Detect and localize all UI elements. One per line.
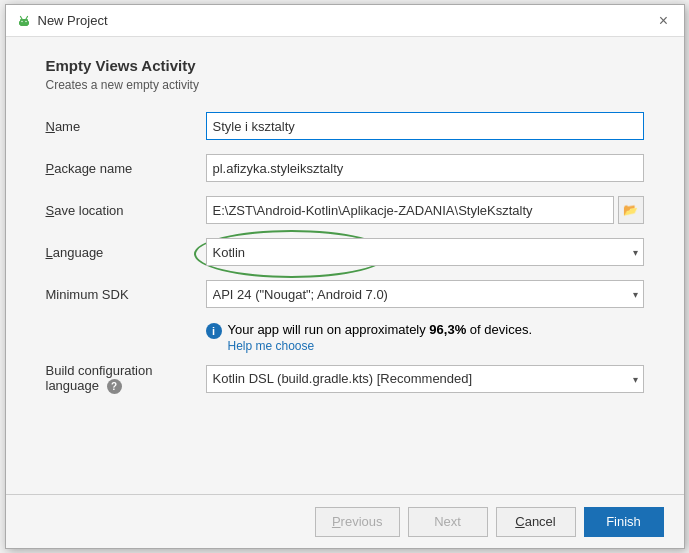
min-sdk-select[interactable]: API 24 ("Nougat"; Android 7.0) API 21 ("… [206, 280, 644, 308]
finish-button[interactable]: Finish [584, 507, 664, 537]
dialog-content: Empty Views Activity Creates a new empty… [6, 37, 684, 494]
save-location-label: Save location [46, 203, 206, 218]
language-row: Language Kotlin Java ▾ [46, 238, 644, 266]
svg-rect-1 [19, 21, 21, 25]
device-info-row: i Your app will run on approximately 96,… [206, 322, 644, 353]
title-bar: New Project × [6, 5, 684, 37]
device-info-text: Your app will run on approximately 96,3%… [228, 322, 533, 353]
previous-button[interactable]: PPreviousrevious [315, 507, 400, 537]
close-button[interactable]: × [654, 11, 674, 31]
svg-point-5 [21, 20, 22, 21]
window-title: New Project [38, 13, 108, 28]
svg-line-4 [26, 16, 28, 19]
svg-rect-2 [27, 21, 29, 25]
cancel-button[interactable]: Cancel [496, 507, 576, 537]
package-row: Package name [46, 154, 644, 182]
name-field[interactable] [206, 112, 644, 140]
section-subtitle: Creates a new empty activity [46, 78, 644, 92]
name-input[interactable] [206, 112, 644, 140]
save-location-input[interactable] [206, 196, 614, 224]
build-config-label: Build configuration language ? [46, 363, 206, 394]
min-sdk-row: Minimum SDK API 24 ("Nougat"; Android 7.… [46, 280, 644, 308]
title-bar-left: New Project [16, 13, 108, 29]
help-me-choose-link[interactable]: Help me choose [228, 339, 533, 353]
svg-rect-0 [20, 19, 28, 26]
language-label: Language [46, 245, 206, 260]
package-field[interactable] [206, 154, 644, 182]
section-title: Empty Views Activity [46, 57, 644, 74]
info-text-after: of devices. [466, 322, 532, 337]
new-project-dialog: New Project × Empty Views Activity Creat… [5, 4, 685, 549]
build-config-select[interactable]: Kotlin DSL (build.gradle.kts) [Recommend… [206, 365, 644, 393]
svg-line-3 [20, 16, 22, 19]
min-sdk-label: Minimum SDK [46, 287, 206, 302]
save-location-field: 📂 [206, 196, 644, 224]
dialog-footer: PPreviousrevious Next Cancel Finish [6, 494, 684, 548]
folder-browse-button[interactable]: 📂 [618, 196, 644, 224]
min-sdk-field[interactable]: API 24 ("Nougat"; Android 7.0) API 21 ("… [206, 280, 644, 308]
package-label: Package name [46, 161, 206, 176]
build-config-field[interactable]: Kotlin DSL (build.gradle.kts) [Recommend… [206, 365, 644, 393]
info-icon: i [206, 323, 222, 339]
language-field[interactable]: Kotlin Java ▾ [206, 238, 644, 266]
language-select[interactable]: Kotlin Java [206, 238, 644, 266]
folder-icon: 📂 [623, 203, 638, 217]
android-icon [16, 13, 32, 29]
package-input[interactable] [206, 154, 644, 182]
name-row: NNameame [46, 112, 644, 140]
build-config-help-icon[interactable]: ? [107, 379, 122, 394]
info-percentage: 96,3% [429, 322, 466, 337]
info-text-before: Your app will run on approximately [228, 322, 430, 337]
build-config-row: Build configuration language ? Kotlin DS… [46, 363, 644, 394]
next-button[interactable]: Next [408, 507, 488, 537]
name-label: NNameame [46, 119, 206, 134]
save-location-row: Save location 📂 [46, 196, 644, 224]
svg-point-6 [25, 20, 26, 21]
